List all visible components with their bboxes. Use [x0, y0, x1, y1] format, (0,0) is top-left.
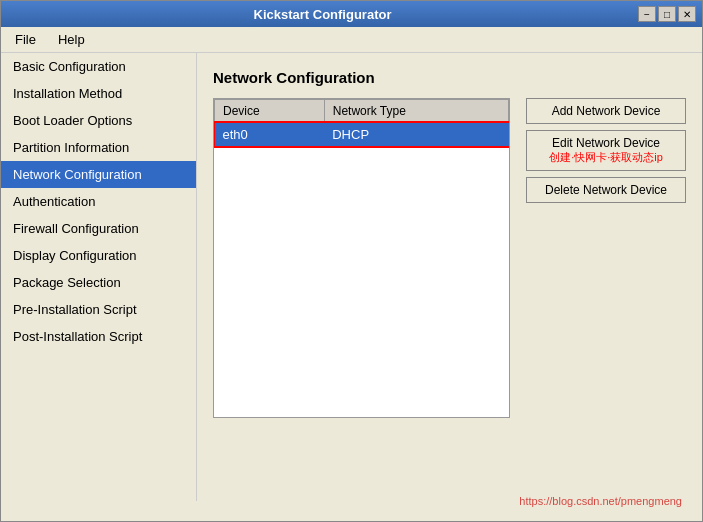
sidebar-item-network-config[interactable]: Network Configuration: [1, 161, 196, 188]
sidebar-item-firewall-config[interactable]: Firewall Configuration: [1, 215, 196, 242]
network-table-container: Device Network Type eth0 DHCP: [213, 98, 510, 418]
network-table: Device Network Type eth0 DHCP: [214, 99, 509, 146]
edit-network-device-button[interactable]: Edit Network Device 创建·快网卡·获取动态ip: [526, 130, 686, 171]
sidebar-item-partition-info[interactable]: Partition Information: [1, 134, 196, 161]
col-network-type: Network Type: [324, 100, 508, 123]
delete-network-device-button[interactable]: Delete Network Device: [526, 177, 686, 203]
edit-button-note: 创建·快网卡·获取动态ip: [549, 151, 663, 163]
sidebar-item-display-config[interactable]: Display Configuration: [1, 242, 196, 269]
window-controls: − □ ✕: [638, 6, 696, 22]
sidebar: Basic Configuration Installation Method …: [1, 53, 197, 501]
sidebar-item-package-selection[interactable]: Package Selection: [1, 269, 196, 296]
title-bar: Kickstart Configurator − □ ✕: [1, 1, 702, 27]
cell-device: eth0: [215, 123, 325, 147]
content-body: Device Network Type eth0 DHCP: [213, 98, 686, 485]
sidebar-item-basic-config[interactable]: Basic Configuration: [1, 53, 196, 80]
menu-file[interactable]: File: [9, 30, 42, 49]
page-title: Network Configuration: [213, 69, 686, 86]
sidebar-item-boot-loader[interactable]: Boot Loader Options: [1, 107, 196, 134]
menu-bar: File Help: [1, 27, 702, 53]
menu-help[interactable]: Help: [52, 30, 91, 49]
watermark: https://blog.csdn.net/pmengmeng: [0, 491, 692, 511]
main-content: Network Configuration Device Network Typ…: [197, 53, 702, 501]
content-area: Basic Configuration Installation Method …: [1, 53, 702, 501]
sidebar-item-installation-method[interactable]: Installation Method: [1, 80, 196, 107]
minimize-button[interactable]: −: [638, 6, 656, 22]
col-device: Device: [215, 100, 325, 123]
sidebar-item-authentication[interactable]: Authentication: [1, 188, 196, 215]
window-title: Kickstart Configurator: [7, 7, 638, 22]
main-window: Kickstart Configurator − □ ✕ File Help B…: [0, 0, 703, 522]
edit-button-main-text: Edit Network Device: [552, 136, 660, 150]
cell-network-type: DHCP: [324, 123, 508, 147]
buttons-panel: Add Network Device Edit Network Device 创…: [526, 98, 686, 485]
table-row[interactable]: eth0 DHCP: [215, 123, 509, 147]
sidebar-item-post-install[interactable]: Post-Installation Script: [1, 323, 196, 350]
sidebar-item-pre-install[interactable]: Pre-Installation Script: [1, 296, 196, 323]
maximize-button[interactable]: □: [658, 6, 676, 22]
close-button[interactable]: ✕: [678, 6, 696, 22]
add-network-device-button[interactable]: Add Network Device: [526, 98, 686, 124]
